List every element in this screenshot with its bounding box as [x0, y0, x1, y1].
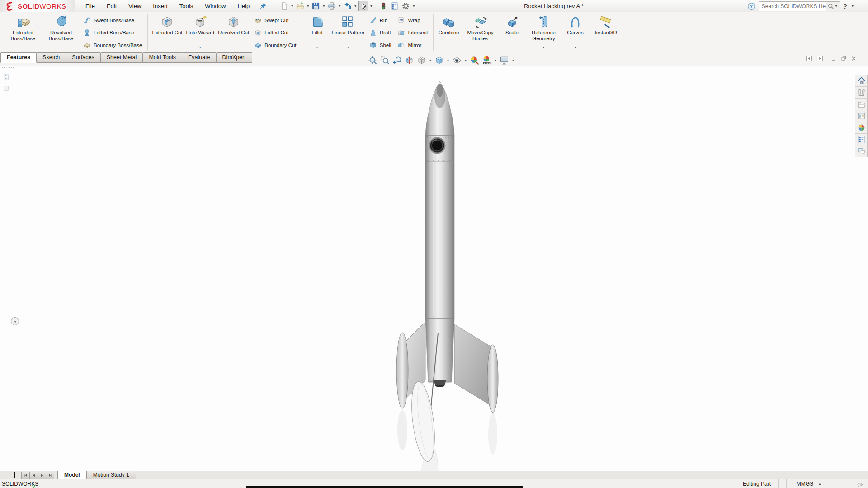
design-library-tab[interactable] [855, 87, 867, 99]
intersect-button[interactable]: Intersect [395, 28, 430, 38]
zoom-to-fit-button[interactable] [367, 54, 378, 66]
linear-pattern-button[interactable]: Linear Pattern▾ [330, 14, 366, 51]
solidworks-resources-tab[interactable] [855, 75, 867, 87]
tab-sketch[interactable]: Sketch [36, 52, 66, 63]
revolved-boss-base-button[interactable]: Revolved Boss/Base [42, 14, 80, 51]
boundary-boss-base-button[interactable]: Boundary Boss/Base [81, 40, 144, 50]
tab-evaluate[interactable]: Evaluate [182, 52, 217, 63]
search-input[interactable] [759, 3, 826, 9]
section-view-button[interactable] [404, 54, 415, 66]
hide-show-items-dropdown-icon[interactable]: ▾ [465, 59, 467, 62]
view-palette-tab[interactable] [855, 110, 867, 122]
undo-dropdown-icon[interactable]: ▾ [354, 5, 356, 8]
menu-window[interactable]: Window [199, 0, 231, 12]
view-orientation-dropdown-icon[interactable]: ▾ [429, 59, 431, 62]
tab-features[interactable]: Features [0, 52, 37, 63]
swept-boss-base-button[interactable]: Swept Boss/Base [81, 15, 144, 25]
apply-scene-button[interactable] [481, 54, 492, 66]
pin-icon[interactable] [260, 3, 267, 9]
view-settings-dropdown-icon[interactable]: ▾ [512, 59, 514, 62]
collapse-right-pane-icon[interactable] [816, 55, 823, 62]
view-orientation-button[interactable] [416, 54, 427, 66]
hole-wizard-dropdown-icon[interactable]: ▾ [199, 46, 201, 49]
select-button[interactable] [358, 1, 368, 11]
tab-surfaces[interactable]: Surfaces [66, 52, 100, 63]
fillet-dropdown-icon[interactable]: ▾ [316, 46, 318, 49]
hide-show-items-button[interactable] [451, 54, 462, 66]
file-properties-button[interactable] [389, 1, 400, 11]
doc-close-icon[interactable] [851, 56, 857, 61]
lofted-boss-base-button[interactable]: Lofted Boss/Base [81, 28, 144, 38]
search-dropdown-icon[interactable]: ▾ [835, 5, 837, 8]
tag-icon[interactable] [857, 480, 864, 488]
menu-insert[interactable]: Insert [147, 0, 174, 12]
print-button[interactable] [326, 1, 337, 11]
units-dropdown-icon[interactable]: ▴ [819, 482, 821, 486]
tab-model[interactable]: Model [57, 471, 87, 479]
previous-view-button[interactable] [392, 54, 403, 66]
tab-mold-tools[interactable]: Mold Tools [142, 52, 182, 63]
zoom-to-area-button[interactable] [379, 54, 391, 66]
undo-button[interactable] [342, 1, 353, 11]
revolved-cut-button[interactable]: Revolved Cut [216, 14, 251, 51]
fillet-button[interactable]: Fillet▾ [305, 14, 330, 51]
swept-cut-button[interactable]: Swept Cut [252, 15, 298, 25]
new-button[interactable] [279, 1, 289, 11]
reference-geometry-button[interactable]: Reference Geometry▾ [524, 14, 562, 51]
boundary-cut-button[interactable]: Boundary Cut [252, 40, 298, 50]
edit-appearance-button[interactable] [469, 54, 480, 66]
display-style-dropdown-icon[interactable]: ▾ [447, 59, 449, 62]
save-button[interactable] [311, 1, 321, 11]
new-dropdown-icon[interactable]: ▾ [291, 5, 293, 8]
view-settings-button[interactable] [499, 54, 510, 66]
instant3d-button[interactable]: Instant3D [593, 14, 618, 51]
graphics-viewport[interactable]: ·············· ◂ [0, 66, 868, 471]
select-dropdown-icon[interactable]: ▾ [370, 5, 372, 8]
tab-sheet-metal[interactable]: Sheet Metal [100, 52, 143, 63]
doc-minimize-icon[interactable] [831, 56, 837, 61]
combine-button[interactable]: Combine [436, 14, 461, 51]
mirror-button[interactable]: Mirror [395, 40, 430, 50]
display-style-button[interactable] [434, 54, 445, 66]
curves-button[interactable]: Curves▾ [562, 14, 588, 51]
linear-pattern-dropdown-icon[interactable]: ▾ [347, 46, 349, 49]
apply-scene-dropdown-icon[interactable]: ▾ [495, 59, 496, 62]
scale-button[interactable]: Scale [499, 14, 524, 51]
menu-file[interactable]: File [80, 0, 101, 12]
tab-splitter[interactable] [14, 472, 15, 478]
menu-help[interactable]: Help [231, 0, 255, 12]
tab-scroll-last-button[interactable] [46, 472, 54, 479]
status-units[interactable]: MMGS ▴ [787, 479, 832, 488]
open-button[interactable] [295, 1, 305, 11]
help-badge-icon[interactable]: ? [747, 2, 755, 10]
options-button[interactable] [401, 1, 411, 11]
rib-button[interactable]: Rib [367, 15, 394, 25]
menu-tools[interactable]: Tools [174, 0, 199, 12]
draft-button[interactable]: Draft [367, 28, 394, 38]
save-dropdown-icon[interactable]: ▾ [323, 5, 325, 8]
menu-edit[interactable]: Edit [101, 0, 123, 12]
doc-restore-icon[interactable] [841, 56, 847, 61]
tab-dimxpert[interactable]: DimXpert [216, 52, 252, 63]
solidworks-forum-tab[interactable] [855, 145, 867, 157]
help-dropdown-icon[interactable]: ▾ [852, 5, 854, 8]
rebuild-button[interactable] [379, 1, 388, 11]
shell-button[interactable]: Shell [367, 40, 394, 50]
extruded-boss-base-button[interactable]: Extruded Boss/Base [4, 14, 42, 51]
lofted-cut-button[interactable]: Lofted Cut [252, 28, 298, 38]
appearances-scenes-tab[interactable] [855, 122, 867, 134]
custom-properties-tab[interactable] [855, 134, 867, 145]
wrap-button[interactable]: GDWrap [395, 15, 430, 25]
collapse-left-pane-icon[interactable] [806, 55, 812, 62]
options-dropdown-icon[interactable]: ▾ [413, 5, 415, 8]
extruded-cut-button[interactable]: Extruded Cut [150, 14, 184, 51]
curves-dropdown-icon[interactable]: ▾ [574, 46, 576, 49]
print-dropdown-icon[interactable]: ▾ [339, 5, 340, 8]
reference-geometry-dropdown-icon[interactable]: ▾ [542, 46, 544, 49]
tab-scroll-next-button[interactable] [38, 472, 46, 479]
tab-scroll-prev-button[interactable] [30, 472, 38, 479]
help-icon[interactable]: ? [843, 2, 847, 10]
open-dropdown-icon[interactable]: ▾ [307, 5, 309, 8]
menu-view[interactable]: View [123, 0, 147, 12]
model-rocket[interactable] [0, 66, 868, 471]
